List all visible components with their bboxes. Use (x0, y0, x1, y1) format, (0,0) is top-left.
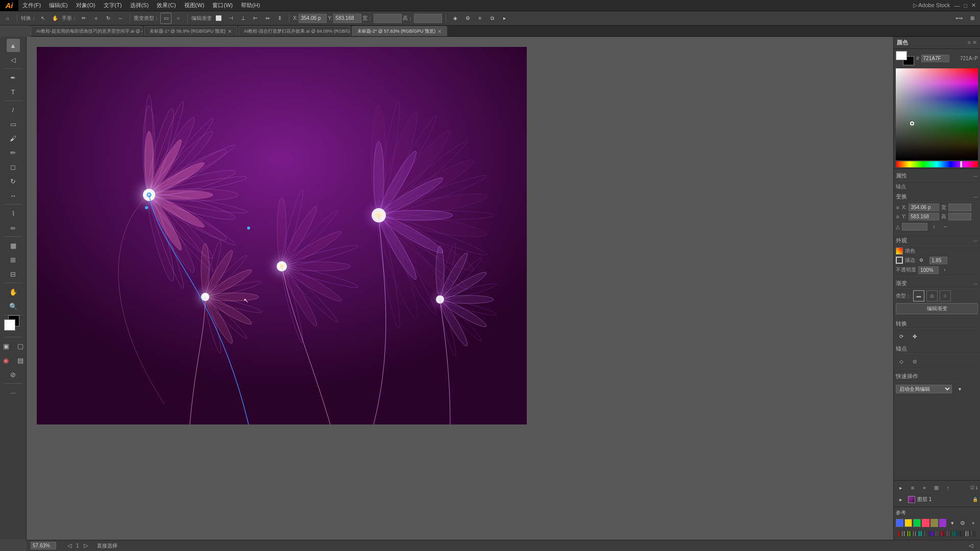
blend-dist-h[interactable]: ⇔ (262, 13, 273, 24)
ref-swatch-1[interactable] (904, 519, 912, 527)
layer-icon-5[interactable]: ↑ (943, 483, 953, 493)
transform-pen-btn[interactable]: ✏ (78, 13, 89, 24)
tool-type[interactable]: T (7, 85, 20, 98)
palette-swatch-35[interactable] (964, 531, 965, 537)
blend-align-r[interactable]: ⊢ (250, 13, 261, 24)
tool-pencil[interactable]: ✏ (7, 146, 20, 159)
anchor-smooth-btn[interactable]: ⊙ (909, 356, 920, 367)
palette-swatch-16[interactable] (928, 531, 929, 537)
global-edit-select[interactable]: 启动全局编辑 (896, 385, 952, 393)
gradient-linear-btn[interactable]: ▬ (913, 290, 924, 302)
x-input[interactable] (299, 14, 327, 23)
layer-checkbox[interactable]: ☑ (970, 485, 974, 490)
tab-2[interactable]: AI教程-混合打造梦幻花卉效果.ai @ 84.09% (RGB/GPU 预览)… (238, 26, 351, 36)
palette-swatch-9[interactable] (915, 531, 916, 537)
palette-swatch-39[interactable] (971, 531, 972, 537)
fill-swatch[interactable] (896, 247, 903, 255)
palette-swatch-19[interactable] (934, 531, 935, 537)
attr-title[interactable]: 属性 ··· (896, 171, 978, 181)
palette-swatch-37[interactable] (967, 531, 969, 537)
tool-warp[interactable]: ⌇ (7, 207, 20, 220)
palette-swatch-31[interactable] (956, 531, 958, 537)
palette-swatch-26[interactable] (946, 531, 948, 537)
swatch-foreground[interactable] (4, 319, 15, 331)
palette-swatch-6[interactable] (909, 531, 911, 537)
transform-reset-btn[interactable]: ⟳ (896, 331, 907, 342)
color-spectrum[interactable] (896, 68, 978, 160)
tool-fill-mode[interactable]: ▣ (0, 339, 13, 353)
tool-line[interactable]: / (7, 103, 20, 116)
color-spectrum-container[interactable] (894, 67, 980, 168)
shape-ellipse-btn[interactable]: ○ (173, 13, 184, 24)
global-edit-expand-btn[interactable]: ▾ (954, 383, 965, 394)
anchor2-title[interactable]: 锚点 (896, 344, 978, 354)
layer-expand-icon[interactable]: ▸ (896, 494, 906, 505)
menu-file[interactable]: 文件(F) (18, 0, 45, 11)
edit-gradient-btn[interactable]: 编辑渐变 (896, 303, 978, 314)
palette-swatch-23[interactable] (941, 531, 942, 537)
layer-icon-3[interactable]: + (919, 483, 929, 493)
blend-align-l[interactable]: ⊣ (225, 13, 236, 24)
transform-title[interactable]: 变换 ··· (896, 192, 978, 202)
tool-paintbrush[interactable]: 🖌 (7, 132, 20, 145)
tool-stroke-mode[interactable]: ▢ (14, 339, 27, 353)
menu-effect[interactable]: 效果(C) (153, 0, 180, 11)
stroke-width-input[interactable] (929, 257, 947, 264)
palette-swatch-10[interactable] (917, 531, 918, 537)
palette-swatch-36[interactable] (965, 531, 967, 537)
palette-swatch-38[interactable] (969, 531, 971, 537)
palette-swatch-21[interactable] (937, 531, 939, 537)
window-close[interactable]: ✕ (971, 2, 976, 9)
tool-more[interactable]: ··· (7, 386, 20, 399)
palette-swatch-8[interactable] (913, 531, 914, 537)
menu-object[interactable]: 对象(O) (72, 0, 100, 11)
palette-swatch-17[interactable] (929, 531, 931, 537)
anchor-corner-btn[interactable]: ◇ (896, 356, 907, 367)
toolbar-arrange-btn[interactable]: ⧉ (486, 13, 498, 24)
tab-0[interactable]: AI教程-超实用的每距填角技巧的意矛层空间字.ai @ 45.38% (RGB/… (31, 26, 143, 36)
ref-swatch-2[interactable] (913, 519, 921, 527)
shape-rect-btn[interactable]: ▭ (160, 13, 172, 24)
palette-swatch-4[interactable] (905, 531, 907, 537)
tool-artboard[interactable]: ⊞ (7, 253, 20, 266)
flip-v-btn[interactable]: ↔ (941, 222, 950, 231)
transform-anchor-btn[interactable]: ⟡ (90, 13, 102, 24)
tab-3[interactable]: 未标题-2* @ 57.63% (RGB/GPU 预览) ✕ (352, 26, 448, 36)
toolbar-pref-btn[interactable]: ≡ (474, 13, 485, 24)
ref-swatch-4[interactable] (930, 519, 938, 527)
palette-swatch-20[interactable] (935, 531, 937, 537)
gradient-freeform-btn[interactable]: ⊹ (940, 290, 951, 302)
palette-swatch-3[interactable] (903, 531, 905, 537)
tab-3-close[interactable]: ✕ (437, 29, 442, 34)
tool-none-mode[interactable]: ⊘ (7, 368, 20, 381)
ref-settings-btn[interactable]: ⚙ (958, 518, 968, 528)
tab-1[interactable]: 未标题-1* @ 56.9% (RGB/GPU 预览) ✕ (144, 26, 237, 36)
status-more-btn[interactable]: ◁ (966, 541, 976, 551)
tool-zoom[interactable]: 🔍 (7, 299, 20, 313)
width-input[interactable] (374, 14, 402, 23)
height-prop-input[interactable] (948, 213, 971, 220)
blend-dist-v[interactable]: ⇕ (274, 13, 285, 24)
transform-free-btn[interactable]: ✤ (909, 331, 920, 342)
ref-expand-btn[interactable]: ▾ (947, 518, 957, 528)
ref-swatch-3[interactable] (922, 519, 929, 527)
page-next-btn[interactable]: ▷ (81, 541, 91, 551)
y-coord-input[interactable] (909, 213, 939, 220)
stroke-swatch[interactable] (896, 257, 903, 264)
tool-gradient-mode[interactable]: ▤ (14, 354, 27, 367)
tool-select[interactable]: ▲ (7, 39, 20, 52)
hex-input[interactable] (921, 55, 949, 62)
toolbar-arrange-r-btn[interactable]: ⟺ (953, 13, 965, 24)
palette-swatch-1[interactable] (900, 531, 901, 537)
width-prop-input[interactable] (948, 204, 971, 211)
palette-swatch-28[interactable] (950, 531, 952, 537)
opacity-more-btn[interactable]: › (941, 266, 949, 274)
palette-swatch-5[interactable] (907, 531, 909, 537)
tool-blend[interactable]: ∞ (7, 221, 20, 234)
x-coord-input[interactable] (909, 204, 939, 211)
palette-swatch-15[interactable] (926, 531, 927, 537)
menu-edit[interactable]: 编辑(E) (45, 0, 72, 11)
ref-swatch-0[interactable] (896, 519, 903, 527)
tab-1-close[interactable]: ✕ (228, 29, 232, 34)
tool-rotate[interactable]: ↻ (7, 174, 20, 188)
